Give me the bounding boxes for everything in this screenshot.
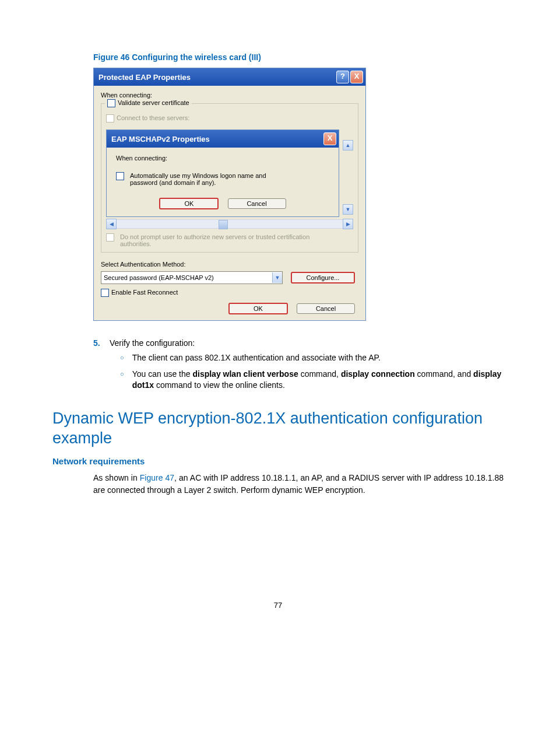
outer-cancel-button[interactable]: Cancel: [297, 303, 355, 314]
fast-reconnect-label: Enable Fast Reconnect: [111, 289, 178, 296]
protected-eap-dialog: Protected EAP Properties ? X When connec…: [93, 68, 366, 321]
cmd1: display wlan client verbose: [192, 369, 298, 379]
step-number: 5.: [93, 338, 107, 348]
inner-close-icon[interactable]: X: [323, 132, 336, 145]
inner-when-connecting: When connecting:: [116, 155, 329, 162]
help-icon[interactable]: ?: [336, 71, 349, 83]
do-not-prompt-checkbox[interactable]: [106, 233, 114, 242]
page-number: 77: [52, 601, 504, 610]
figure-caption: Figure 46 Configuring the wireless card …: [93, 52, 504, 62]
step-text: Verify the configuration:: [110, 338, 195, 348]
outer-title: Protected EAP Properties: [98, 73, 191, 82]
inner-cancel-button[interactable]: Cancel: [228, 198, 286, 209]
chevron-down-icon[interactable]: ▼: [272, 272, 282, 283]
connect-servers-checkbox[interactable]: [106, 114, 114, 123]
bullet-icon: ○: [120, 369, 124, 391]
fast-reconnect-checkbox[interactable]: [101, 289, 109, 297]
do-not-prompt-label: Do not prompt user to authorize new serv…: [120, 233, 330, 247]
auth-method-dropdown[interactable]: Secured password (EAP-MSCHAP v2) ▼: [101, 271, 283, 284]
t: command, and: [415, 369, 473, 379]
inner-ok-button[interactable]: OK: [159, 198, 219, 209]
cmd2: display connection: [341, 369, 415, 379]
scroll-down-icon[interactable]: ▼: [343, 204, 353, 215]
t: As shown in: [93, 473, 140, 482]
t: You can use the: [132, 369, 193, 379]
outer-titlebar: Protected EAP Properties ? X: [94, 68, 365, 86]
scroll-up-icon[interactable]: ▲: [343, 140, 353, 150]
auto-logon-label: Automatically use my Windows logon name …: [130, 172, 287, 186]
section-heading: Dynamic WEP encryption-802.1X authentica…: [52, 409, 504, 449]
scroll-left-icon[interactable]: ◀: [106, 219, 117, 229]
step-5: 5. Verify the configuration:: [93, 338, 504, 348]
bullet-icon: ○: [120, 352, 124, 364]
when-connecting-label: When connecting:: [101, 92, 358, 99]
sub-step-2: ○ You can use the display wlan client ve…: [120, 369, 504, 391]
eap-mschap-dialog: EAP MSCHAPv2 Properties X When connectin…: [106, 130, 339, 217]
subsection-heading: Network requirements: [52, 456, 504, 466]
sub-step-1-text: The client can pass 802.1X authenticatio…: [132, 352, 381, 364]
connect-servers-label: Connect to these servers:: [117, 114, 189, 121]
t: command to view the online clients.: [154, 380, 285, 390]
auto-logon-checkbox[interactable]: [116, 172, 124, 180]
select-auth-label: Select Authentication Method:: [101, 261, 358, 268]
close-icon[interactable]: X: [350, 71, 363, 83]
outer-ok-button[interactable]: OK: [228, 303, 288, 314]
figure-47-link[interactable]: Figure 47: [140, 473, 174, 482]
configure-button[interactable]: Configure...: [291, 272, 355, 284]
scroll-right-icon[interactable]: ▶: [343, 219, 353, 229]
validate-cert-label: Validate server certificate: [118, 99, 189, 106]
t: command,: [298, 369, 341, 379]
validate-cert-checkbox[interactable]: [107, 99, 115, 107]
sub-step-1: ○ The client can pass 802.1X authenticat…: [120, 352, 504, 364]
horizontal-scrollbar[interactable]: ◀ ▶: [106, 219, 353, 229]
auth-method-value: Secured password (EAP-MSCHAP v2): [104, 274, 214, 281]
sub-step-2-text: You can use the display wlan client verb…: [132, 369, 504, 391]
inner-title: EAP MSCHAPv2 Properties: [111, 135, 210, 144]
network-req-paragraph: As shown in Figure 47, an AC with IP add…: [93, 472, 504, 496]
inner-titlebar: EAP MSCHAPv2 Properties X: [107, 130, 339, 148]
